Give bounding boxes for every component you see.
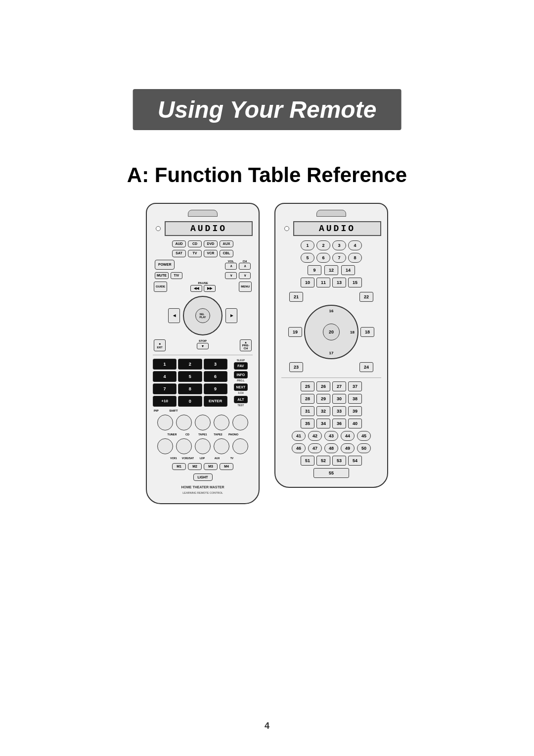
btn-4[interactable]: 4 <box>153 371 177 382</box>
rbtn-4[interactable]: 4 <box>348 240 362 250</box>
rbtn-12[interactable]: 12 <box>324 265 338 275</box>
rbtn-32[interactable]: 32 <box>316 406 330 416</box>
btn-alt[interactable]: ALT <box>234 396 248 403</box>
rbtn-11[interactable]: 11 <box>316 278 330 287</box>
btn-9[interactable]: 9 <box>204 383 227 394</box>
rbtn-27[interactable]: 27 <box>332 381 346 391</box>
rbtn-14[interactable]: 14 <box>341 265 355 275</box>
btn-tv[interactable]: T/V <box>171 272 182 279</box>
rbtn-36[interactable]: 36 <box>332 419 346 428</box>
rbtn-13[interactable]: 13 <box>332 278 346 287</box>
btn-vcr[interactable]: VCR <box>204 250 218 257</box>
rbtn-22[interactable]: 22 <box>359 292 373 302</box>
rbtn-42[interactable]: 42 <box>308 431 322 441</box>
btn-2[interactable]: 2 <box>178 359 202 370</box>
btn-3[interactable]: 3 <box>204 359 227 370</box>
btn-1[interactable]: 1 <box>153 359 177 370</box>
btn-rew[interactable]: ◀◀ <box>190 285 202 292</box>
btn-enter[interactable]: ENTER <box>204 396 227 407</box>
rbtn-19[interactable]: 19 <box>288 327 302 337</box>
rbtn-31[interactable]: 31 <box>301 406 314 416</box>
btn-m2[interactable]: M2 <box>188 463 202 470</box>
btn-vcr2sat[interactable] <box>176 438 192 454</box>
btn-vcr1[interactable] <box>157 438 173 454</box>
btn-info[interactable]: INFO <box>234 371 248 378</box>
rbtn-47[interactable]: 47 <box>308 443 322 453</box>
rbtn-33[interactable]: 33 <box>332 406 346 416</box>
btn-right[interactable]: ▶ <box>225 308 237 323</box>
rbtn-10[interactable]: 10 <box>301 278 314 287</box>
btn-mute[interactable]: MUTE <box>155 272 169 279</box>
rbtn-3[interactable]: 3 <box>332 240 346 250</box>
rbtn-50[interactable]: 50 <box>357 443 371 453</box>
rbtn-53[interactable]: 53 <box>332 456 346 466</box>
nav-center[interactable]: 20 <box>323 324 340 340</box>
rbtn-15[interactable]: 15 <box>348 278 362 287</box>
rbtn-44[interactable]: 44 <box>341 431 355 441</box>
rbtn-9[interactable]: 9 <box>308 265 321 275</box>
btn-stop[interactable]: ▼ <box>197 343 209 349</box>
rbtn-28[interactable]: 28 <box>301 394 314 404</box>
btn-m1[interactable]: M1 <box>172 463 186 470</box>
btn-5[interactable]: 5 <box>178 371 202 382</box>
rbtn-30[interactable]: 30 <box>332 394 346 404</box>
btn-guide[interactable]: GUIDE <box>154 282 167 292</box>
btn-6[interactable]: 6 <box>204 371 227 382</box>
rbtn-7[interactable]: 7 <box>332 253 346 263</box>
btn-aux[interactable]: AUX <box>220 240 233 247</box>
rbtn-49[interactable]: 49 <box>341 443 355 453</box>
rbtn-52[interactable]: 52 <box>316 456 330 466</box>
btn-left[interactable]: ◀ <box>168 308 180 323</box>
rbtn-2[interactable]: 2 <box>316 240 330 250</box>
rbtn-54[interactable]: 54 <box>348 456 362 466</box>
btn-cd[interactable]: CD <box>188 240 202 247</box>
rbtn-55[interactable]: 55 <box>313 468 349 478</box>
rbtn-43[interactable]: 43 <box>324 431 338 441</box>
rbtn-26[interactable]: 26 <box>316 381 330 391</box>
btn-light[interactable]: LIGHT <box>193 473 213 481</box>
btn-aux2[interactable] <box>214 438 229 454</box>
btn-8[interactable]: 8 <box>178 383 202 394</box>
rbtn-40[interactable]: 40 <box>348 419 362 428</box>
btn-0[interactable]: 0 <box>178 396 202 407</box>
btn-tape1[interactable] <box>195 415 211 430</box>
btn-fwd[interactable]: ▶▶ <box>204 285 216 292</box>
btn-prech[interactable]: ▲PRE-CH <box>240 339 252 351</box>
rbtn-38[interactable]: 38 <box>348 394 362 404</box>
rbtn-48[interactable]: 48 <box>324 443 338 453</box>
btn-tuner[interactable] <box>157 415 173 430</box>
rbtn-35[interactable]: 35 <box>301 419 314 428</box>
btn-cbl[interactable]: CBL <box>220 250 233 257</box>
rbtn-37[interactable]: 37 <box>348 381 362 391</box>
rbtn-23[interactable]: 23 <box>289 362 303 372</box>
btn-tape2[interactable] <box>214 415 229 430</box>
btn-ch-down[interactable]: ∨ <box>239 272 251 279</box>
btn-power[interactable]: POWER <box>155 260 175 270</box>
btn-vol-up[interactable]: ∧ <box>225 263 237 270</box>
btn-ldp[interactable] <box>195 438 211 454</box>
rbtn-46[interactable]: 46 <box>292 443 306 453</box>
btn-tv2[interactable] <box>232 438 248 454</box>
rbtn-39[interactable]: 39 <box>348 406 362 416</box>
rbtn-21[interactable]: 21 <box>289 292 303 302</box>
btn-phono[interactable] <box>232 415 248 430</box>
rbtn-34[interactable]: 34 <box>316 419 330 428</box>
btn-plus10[interactable]: +10 <box>153 396 177 407</box>
rbtn-18-outer[interactable]: 18 <box>360 327 374 337</box>
rbtn-29[interactable]: 29 <box>316 394 330 404</box>
btn-tv-src[interactable]: TV <box>188 250 202 257</box>
btn-menu[interactable]: MENU <box>239 282 252 292</box>
rbtn-5[interactable]: 5 <box>301 253 314 263</box>
rbtn-45[interactable]: 45 <box>357 431 371 441</box>
btn-aud[interactable]: AUD <box>172 240 186 247</box>
btn-fav[interactable]: FAV <box>234 362 248 370</box>
rbtn-41[interactable]: 41 <box>292 431 306 441</box>
btn-vol-down[interactable]: ∨ <box>225 272 237 279</box>
btn-7[interactable]: 7 <box>153 383 177 394</box>
rbtn-1[interactable]: 1 <box>301 240 314 250</box>
btn-rec[interactable]: ●EXIT <box>154 339 166 351</box>
rbtn-51[interactable]: 51 <box>301 456 314 466</box>
btn-m4[interactable]: M4 <box>220 463 233 470</box>
rbtn-6[interactable]: 6 <box>316 253 330 263</box>
rbtn-25[interactable]: 25 <box>301 381 314 391</box>
